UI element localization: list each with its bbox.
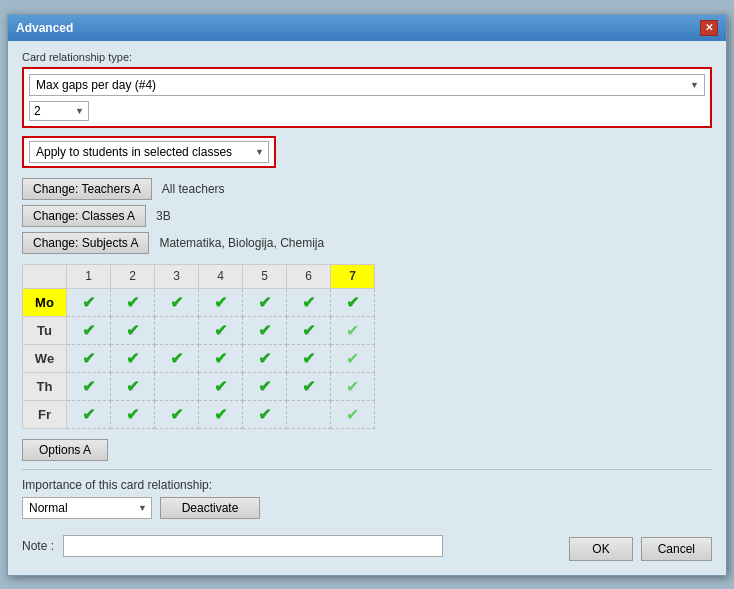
grid-cell[interactable]: ✔ <box>67 400 111 428</box>
grid-cell[interactable]: ✔ <box>199 372 243 400</box>
grid-col-3: 3 <box>155 264 199 288</box>
day-we: We <box>23 344 67 372</box>
teachers-value: All teachers <box>162 182 225 196</box>
schedule-grid: 1 2 3 4 5 6 7 Mo ✔ ✔ ✔ <box>22 264 375 429</box>
window-title: Advanced <box>16 21 73 35</box>
importance-label: Importance of this card relationship: <box>22 478 712 492</box>
grid-cell[interactable]: ✔ <box>243 316 287 344</box>
day-fr: Fr <box>23 400 67 428</box>
grid-cell[interactable]: ✔ <box>67 344 111 372</box>
cancel-button[interactable]: Cancel <box>641 537 712 561</box>
day-tu: Tu <box>23 316 67 344</box>
importance-row: Normal Deactivate <box>22 497 712 519</box>
table-row: Th ✔ ✔ ✔ ✔ ✔ ✔ <box>23 372 375 400</box>
change-rows: Change: Teachers A All teachers Change: … <box>22 178 712 254</box>
grid-cell[interactable]: ✔ <box>199 288 243 316</box>
grid-day-header <box>23 264 67 288</box>
table-row: We ✔ ✔ ✔ ✔ ✔ ✔ ✔ <box>23 344 375 372</box>
importance-section: Importance of this card relationship: No… <box>22 478 712 519</box>
grid-col-4: 4 <box>199 264 243 288</box>
grid-col-2: 2 <box>111 264 155 288</box>
table-row: Tu ✔ ✔ ✔ ✔ ✔ ✔ <box>23 316 375 344</box>
apply-red-box: Apply to students in selected classes <box>22 136 276 168</box>
grid-cell[interactable]: ✔ <box>199 344 243 372</box>
apply-dropdown[interactable]: Apply to students in selected classes <box>29 141 269 163</box>
grid-cell[interactable]: ✔ <box>155 288 199 316</box>
options-button[interactable]: Options A <box>22 439 108 461</box>
card-relationship-box: Max gaps per day (#4) 2 <box>22 67 712 128</box>
grid-cell[interactable]: ✔ <box>287 316 331 344</box>
window-body: Card relationship type: Max gaps per day… <box>8 41 726 575</box>
note-label: Note : <box>22 539 57 553</box>
grid-cell[interactable] <box>155 372 199 400</box>
footer-buttons: OK Cancel <box>569 531 712 561</box>
grid-cell[interactable]: ✔ <box>199 316 243 344</box>
title-bar: Advanced ✕ <box>8 15 726 41</box>
card-relationship-dropdown[interactable]: Max gaps per day (#4) <box>29 74 705 96</box>
grid-cell[interactable]: ✔ <box>331 372 375 400</box>
grid-cell[interactable]: ✔ <box>155 344 199 372</box>
grid-cell[interactable]: ✔ <box>243 344 287 372</box>
change-classes-button[interactable]: Change: Classes A <box>22 205 146 227</box>
day-th: Th <box>23 372 67 400</box>
grid-cell[interactable]: ✔ <box>243 288 287 316</box>
grid-cell[interactable]: ✔ <box>111 344 155 372</box>
importance-dropdown[interactable]: Normal <box>22 497 152 519</box>
grid-cell[interactable] <box>155 316 199 344</box>
note-input[interactable] <box>63 535 443 557</box>
grid-cell[interactable] <box>287 400 331 428</box>
grid-cell[interactable]: ✔ <box>287 372 331 400</box>
grid-cell[interactable]: ✔ <box>67 316 111 344</box>
grid-cell[interactable]: ✔ <box>111 288 155 316</box>
subjects-value: Matematika, Biologija, Chemija <box>159 236 324 250</box>
title-bar-controls: ✕ <box>700 20 718 36</box>
grid-cell[interactable]: ✔ <box>331 316 375 344</box>
apply-section: Apply to students in selected classes <box>22 136 712 168</box>
deactivate-button[interactable]: Deactivate <box>160 497 260 519</box>
grid-col-5: 5 <box>243 264 287 288</box>
importance-dropdown-wrapper: Normal <box>22 497 152 519</box>
note-section: Note : <box>22 535 569 557</box>
card-relationship-label: Card relationship type: <box>22 51 712 63</box>
divider <box>22 469 712 470</box>
sub-dropdown-row: 2 <box>29 101 705 121</box>
change-subjects-row: Change: Subjects A Matematika, Biologija… <box>22 232 712 254</box>
change-subjects-button[interactable]: Change: Subjects A <box>22 232 149 254</box>
change-classes-row: Change: Classes A 3B <box>22 205 712 227</box>
day-mo: Mo <box>23 288 67 316</box>
grid-col-6: 6 <box>287 264 331 288</box>
ok-button[interactable]: OK <box>569 537 632 561</box>
grid-cell[interactable]: ✔ <box>67 372 111 400</box>
close-button[interactable]: ✕ <box>700 20 718 36</box>
apply-dropdown-wrapper: Apply to students in selected classes <box>29 141 269 163</box>
grid-cell[interactable]: ✔ <box>67 288 111 316</box>
grid-cell[interactable]: ✔ <box>287 344 331 372</box>
grid-col-7: 7 <box>331 264 375 288</box>
grid-cell[interactable]: ✔ <box>243 372 287 400</box>
grid-cell[interactable]: ✔ <box>111 400 155 428</box>
grid-cell[interactable]: ✔ <box>111 372 155 400</box>
grid-cell[interactable]: ✔ <box>243 400 287 428</box>
sub-dropdown-wrapper: 2 <box>29 101 89 121</box>
advanced-dialog: Advanced ✕ Card relationship type: Max g… <box>7 14 727 576</box>
main-dropdown-row: Max gaps per day (#4) <box>29 74 705 96</box>
table-row: Fr ✔ ✔ ✔ ✔ ✔ ✔ <box>23 400 375 428</box>
note-footer-area: Note : OK Cancel <box>22 527 712 565</box>
grid-cell[interactable]: ✔ <box>331 288 375 316</box>
card-relationship-dropdown-wrapper: Max gaps per day (#4) <box>29 74 705 96</box>
change-teachers-row: Change: Teachers A All teachers <box>22 178 712 200</box>
grid-col-1: 1 <box>67 264 111 288</box>
grid-header-row: 1 2 3 4 5 6 7 <box>23 264 375 288</box>
grid-cell[interactable]: ✔ <box>287 288 331 316</box>
grid-section: 1 2 3 4 5 6 7 Mo ✔ ✔ ✔ <box>22 264 712 429</box>
change-teachers-button[interactable]: Change: Teachers A <box>22 178 152 200</box>
grid-cell[interactable]: ✔ <box>199 400 243 428</box>
grid-cell[interactable]: ✔ <box>155 400 199 428</box>
grid-cell[interactable]: ✔ <box>331 400 375 428</box>
table-row: Mo ✔ ✔ ✔ ✔ ✔ ✔ ✔ <box>23 288 375 316</box>
grid-cell[interactable]: ✔ <box>111 316 155 344</box>
card-relationship-section: Card relationship type: Max gaps per day… <box>22 51 712 128</box>
classes-value: 3B <box>156 209 171 223</box>
gaps-count-dropdown[interactable]: 2 <box>29 101 89 121</box>
grid-cell[interactable]: ✔ <box>331 344 375 372</box>
